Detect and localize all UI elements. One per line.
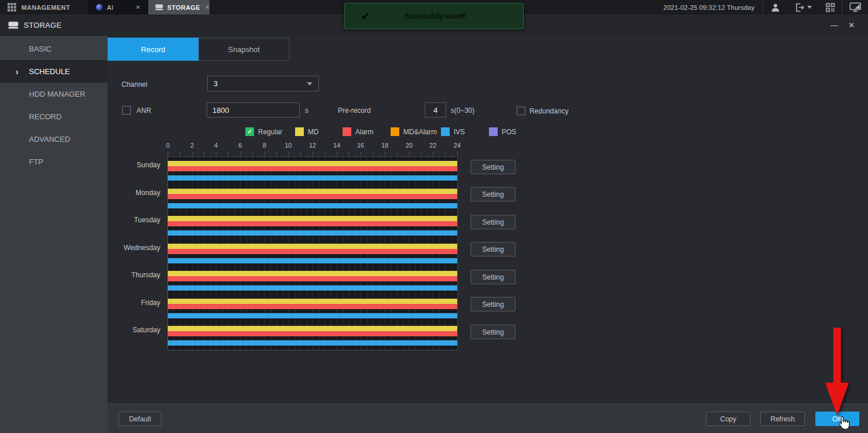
prerecord-label: Pre-record — [338, 107, 371, 115]
legend-label: Alarm — [355, 128, 373, 136]
sidebar-item-label: RECORD — [29, 112, 61, 121]
close-icon[interactable]: ✕ — [843, 21, 860, 30]
sidebar-item-label: ADVANCED — [29, 135, 70, 144]
ivs-bar — [168, 285, 457, 291]
md-alarm-track — [168, 226, 457, 230]
alarm-color-swatch[interactable] — [343, 127, 351, 136]
anr-duration-input[interactable] — [207, 102, 300, 118]
refresh-button[interactable]: Refresh — [760, 412, 805, 426]
ivs-bar — [168, 203, 457, 208]
md-alarm-color-swatch[interactable] — [391, 127, 399, 136]
setting-button-sunday[interactable]: Setting — [470, 160, 516, 174]
tab-ai-close-icon[interactable]: ✕ — [135, 4, 141, 10]
qr-code-icon[interactable] — [819, 0, 842, 14]
schedule-row-sunday[interactable] — [168, 157, 457, 185]
chevron-down-icon — [307, 82, 312, 86]
schedule-row-saturday[interactable] — [168, 322, 457, 350]
pos-track — [168, 263, 457, 267]
tab-management[interactable]: MANAGEMENT — [0, 0, 77, 14]
tab-storage-close-icon[interactable]: ✕ — [205, 4, 210, 10]
md-bar — [168, 271, 457, 276]
setting-button-friday[interactable]: Setting — [470, 297, 516, 311]
channel-value: 3 — [214, 79, 307, 88]
alarm-bar — [168, 166, 457, 171]
legend-item-pos: POS — [489, 127, 516, 136]
day-label-sunday: Sunday — [104, 160, 160, 170]
copy-button[interactable]: Copy — [706, 412, 751, 426]
legend-label: MD&Alarm — [403, 128, 437, 136]
storage-disk-icon — [155, 4, 163, 10]
tab-snapshot-label: Snapshot — [228, 45, 260, 54]
regular-track — [168, 322, 457, 326]
storage-disk-icon — [8, 21, 19, 29]
legend-label: IVS — [454, 128, 465, 136]
tab-ai-label: AI — [107, 4, 113, 11]
sidebar-item-label: BASIC — [29, 45, 52, 53]
md-color-swatch[interactable] — [295, 127, 304, 136]
channel-dropdown[interactable]: 3 — [207, 76, 319, 91]
schedule-row-monday[interactable] — [168, 185, 457, 212]
setting-button-saturday[interactable]: Setting — [470, 325, 516, 339]
day-label-monday: Monday — [104, 188, 160, 197]
channel-label: Channel — [122, 80, 148, 89]
md-bar — [168, 299, 457, 304]
datetime-text: 2021-02-25 09:32:12 Thursday — [663, 4, 763, 11]
alarm-bar — [168, 221, 457, 226]
md-alarm-track — [168, 199, 457, 203]
sidebar-item-schedule[interactable]: › SCHEDULE — [0, 60, 108, 83]
hour-tick-label: 24 — [454, 142, 461, 149]
hour-tick-label: 12 — [309, 142, 316, 149]
pos-track — [168, 181, 457, 185]
prerecord-input[interactable] — [425, 102, 446, 118]
schedule-row-thursday[interactable] — [168, 267, 457, 295]
sidebar-item-basic[interactable]: BASIC — [0, 38, 108, 60]
toast-message: Successfully saved! — [370, 12, 500, 20]
legend-item-md: MD — [295, 127, 319, 136]
default-button[interactable]: Default — [119, 412, 161, 426]
user-icon[interactable] — [763, 0, 788, 14]
pos-track — [168, 291, 457, 295]
regular-checkbox[interactable]: ✓ — [245, 127, 254, 136]
minimize-icon[interactable]: — — [825, 21, 843, 30]
anr-checkbox[interactable] — [122, 106, 131, 115]
schedule-row-wednesday[interactable] — [168, 240, 457, 267]
setting-button-tuesday[interactable]: Setting — [470, 215, 516, 229]
schedule-row-friday[interactable] — [168, 295, 457, 322]
legend-item-ivs: IVS — [441, 127, 465, 136]
pos-color-swatch[interactable] — [489, 127, 498, 136]
tab-storage-label: STORAGE — [167, 4, 200, 11]
sidebar-item-ftp[interactable]: FTP — [0, 151, 108, 173]
hour-tick-label: 6 — [238, 142, 242, 149]
redundancy-checkbox[interactable] — [517, 107, 525, 115]
sidebar-item-label: FTP — [29, 157, 43, 166]
logout-icon[interactable] — [788, 0, 819, 14]
day-label-thursday: Thursday — [104, 270, 160, 280]
tab-record[interactable]: Record — [108, 38, 198, 61]
sidebar-item-advanced[interactable]: ADVANCED — [0, 128, 108, 151]
setting-button-wednesday[interactable]: Setting — [470, 242, 516, 256]
ai-sphere-icon — [96, 4, 102, 10]
sidebar-item-record[interactable]: RECORD — [0, 105, 108, 128]
hour-tick-label: 22 — [429, 142, 436, 149]
setting-button-thursday[interactable]: Setting — [470, 270, 516, 284]
sidebar-item-label: HDD MANAGER — [29, 90, 86, 98]
display-output-icon[interactable] — [843, 0, 868, 14]
legend-item-md-alarm: MD&Alarm — [391, 127, 437, 136]
ivs-bar — [168, 230, 457, 236]
ok-button[interactable]: OK — [815, 412, 859, 426]
regular-track — [168, 267, 457, 271]
hour-tick-label: 4 — [214, 142, 218, 149]
sidebar-item-hdd-manager[interactable]: HDD MANAGER — [0, 83, 108, 105]
schedule-row-tuesday[interactable] — [168, 212, 457, 240]
hour-tick-label: 0 — [166, 142, 170, 149]
ivs-color-swatch[interactable] — [441, 127, 450, 136]
tab-storage[interactable]: STORAGE ✕ — [148, 0, 209, 14]
tab-ai[interactable]: AI ✕ — [89, 0, 148, 14]
regular-track — [168, 157, 457, 161]
regular-track — [168, 212, 457, 216]
sidebar: BASIC › SCHEDULE HDD MANAGER RECORD ADVA… — [0, 36, 108, 433]
tab-snapshot[interactable]: Snapshot — [198, 38, 289, 61]
setting-button-monday[interactable]: Setting — [470, 187, 516, 201]
ivs-bar — [168, 340, 457, 346]
footer-bar — [108, 403, 868, 433]
